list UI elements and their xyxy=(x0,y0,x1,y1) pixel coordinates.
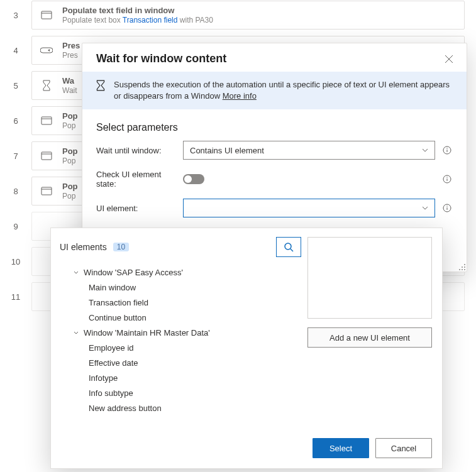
step-title: Pop xyxy=(62,146,78,156)
add-ui-element-button[interactable]: Add a new UI element xyxy=(307,327,432,348)
svg-point-15 xyxy=(446,177,447,178)
chevron-down-icon xyxy=(422,148,428,152)
search-button[interactable] xyxy=(276,237,301,257)
step-subtitle: Pop xyxy=(62,192,78,200)
step-number: 7 xyxy=(0,151,31,161)
tree-label: Effective date xyxy=(89,358,138,368)
step-number: 4 xyxy=(0,46,31,55)
info-icon[interactable] xyxy=(441,146,453,155)
info-desc: Suspends the execution of the automation… xyxy=(114,80,450,101)
chevron-down-icon xyxy=(72,331,80,334)
svg-point-21 xyxy=(464,266,465,268)
svg-point-20 xyxy=(462,266,463,268)
step-number: 9 xyxy=(0,222,31,231)
preview-box xyxy=(307,237,432,319)
svg-point-18 xyxy=(446,206,447,207)
hourglass-icon xyxy=(40,80,53,91)
step-number: 3 xyxy=(0,11,31,20)
step-subtitle: Pres xyxy=(62,51,80,60)
tree-label: Info subtype xyxy=(89,388,133,398)
tree-label: Infotype xyxy=(89,373,118,383)
svg-line-26 xyxy=(291,249,293,251)
tree-label: Window 'SAP Easy Access' xyxy=(84,268,183,277)
svg-rect-4 xyxy=(42,152,52,160)
check-state-toggle[interactable] xyxy=(183,174,204,184)
label-check-state: Check UI element state: xyxy=(96,170,183,189)
svg-rect-0 xyxy=(42,11,52,19)
label-ui-element: UI element: xyxy=(96,204,183,213)
step-number: 5 xyxy=(0,81,31,91)
hourglass-icon xyxy=(95,80,106,91)
resize-grip-icon xyxy=(458,263,466,271)
step-subtitle: Pop xyxy=(62,156,78,165)
param-wait-until: Wait until window: Contains UI element xyxy=(82,136,467,165)
step-subtitle: Populate text box Transaction field with… xyxy=(62,16,213,25)
step-subtitle: Wait xyxy=(62,86,77,95)
ui-element-select[interactable] xyxy=(183,199,435,217)
dialog-title: Wait for window content xyxy=(96,52,226,65)
tree-item[interactable]: Effective date xyxy=(64,355,301,370)
wait-until-select[interactable]: Contains UI element xyxy=(183,141,435,160)
picker-count-badge: 10 xyxy=(113,243,129,251)
close-icon[interactable] xyxy=(444,54,454,64)
param-ui-element: UI element: xyxy=(82,194,467,222)
step-number: 10 xyxy=(0,257,31,266)
flow-step[interactable]: 3 Populate text field in window Populate… xyxy=(0,0,476,30)
tree-item[interactable]: Transaction field xyxy=(64,295,301,310)
picker-footer: Select Cancel xyxy=(51,432,442,468)
wait-until-value: Contains UI element xyxy=(190,146,264,155)
window-icon xyxy=(40,116,53,125)
search-icon xyxy=(284,242,294,252)
svg-point-25 xyxy=(285,243,291,250)
svg-point-23 xyxy=(462,269,463,270)
info-text: Suspends the execution of the automation… xyxy=(114,79,454,102)
tree-label: Continue button xyxy=(89,313,147,322)
info-icon[interactable] xyxy=(441,204,453,212)
step-number: 11 xyxy=(0,292,31,302)
svg-rect-6 xyxy=(42,187,52,195)
tree-item[interactable]: Continue button xyxy=(64,310,301,325)
tree-item[interactable]: Employee id xyxy=(64,340,301,355)
tree-item[interactable]: New address button xyxy=(64,400,301,415)
ui-element-picker-popup: UI elements 10 Window 'SAP Easy Access'M… xyxy=(50,228,443,469)
step-card[interactable]: Populate text field in window Populate t… xyxy=(31,1,465,30)
picker-title: UI elements xyxy=(60,242,107,252)
chevron-down-icon xyxy=(72,271,80,274)
svg-point-19 xyxy=(464,264,465,265)
param-check-state: Check UI element state: xyxy=(82,165,467,194)
step-title: Populate text field in window xyxy=(62,6,213,16)
window-icon xyxy=(40,11,53,19)
svg-point-12 xyxy=(446,148,447,149)
more-info-link[interactable]: More info xyxy=(223,91,257,101)
label-wait-until: Wait until window: xyxy=(96,146,183,155)
step-subtitle: Pop xyxy=(62,121,78,130)
window-icon xyxy=(40,151,53,160)
select-button[interactable]: Select xyxy=(313,438,369,458)
tree-label: Employee id xyxy=(89,343,134,353)
step-title: Pres xyxy=(62,41,80,51)
tree-item[interactable]: Main window xyxy=(64,280,301,295)
cancel-button[interactable]: Cancel xyxy=(375,438,432,458)
tree-item[interactable]: Infotype xyxy=(64,370,301,385)
step-title: Pop xyxy=(62,182,78,192)
step-number: 6 xyxy=(0,116,31,126)
tree-label: Main window xyxy=(89,283,136,292)
tree-label: Transaction field xyxy=(89,298,148,307)
ui-element-tree: Window 'SAP Easy Access'Main windowTrans… xyxy=(60,265,301,415)
tree-group[interactable]: Window 'SAP Easy Access' xyxy=(64,265,301,280)
tree-item[interactable]: Info subtype xyxy=(64,385,301,400)
info-banner: Suspends the execution of the automation… xyxy=(82,72,467,109)
dialog-header: Wait for window content xyxy=(82,43,467,72)
tree-label: New address button xyxy=(89,403,162,413)
step-title: Wa xyxy=(62,76,77,86)
step-title: Pop xyxy=(62,111,78,121)
step-number: 8 xyxy=(0,187,31,196)
window-icon xyxy=(40,187,53,195)
press-icon xyxy=(40,47,53,54)
info-icon[interactable] xyxy=(441,175,453,184)
svg-point-24 xyxy=(464,269,465,270)
tree-label: Window 'Maintain HR Master Data' xyxy=(84,328,210,338)
section-heading: Select parameters xyxy=(82,109,467,136)
chevron-down-icon xyxy=(422,206,428,210)
tree-group[interactable]: Window 'Maintain HR Master Data' xyxy=(64,325,301,340)
